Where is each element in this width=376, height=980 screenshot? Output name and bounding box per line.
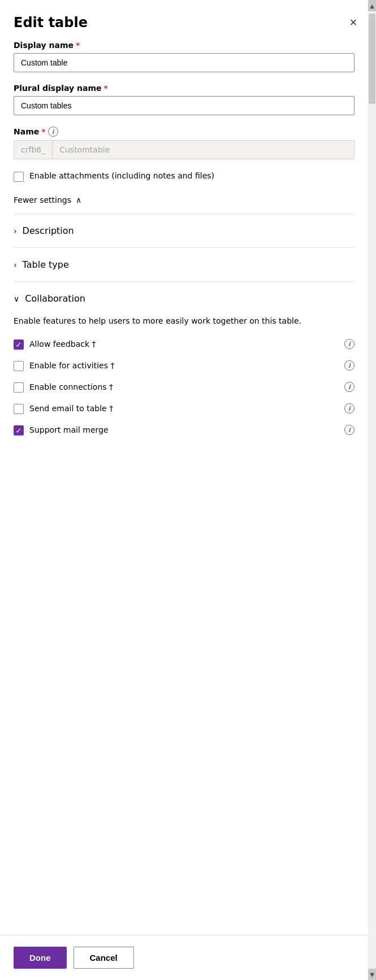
plural-display-name-label: Plural display name * xyxy=(14,84,355,93)
name-info-icon[interactable]: i xyxy=(48,127,58,137)
display-name-required: * xyxy=(76,41,80,50)
support-mail-merge-label: Support mail merge xyxy=(29,425,109,434)
collaboration-label: Collaboration xyxy=(25,293,85,304)
edit-table-panel: ▲ ▼ Edit table × Display name * Plural d… xyxy=(0,0,376,980)
allow-feedback-left: Allow feedback † xyxy=(14,338,96,350)
plural-display-name-required: * xyxy=(104,84,108,93)
panel-header: Edit table × xyxy=(0,0,376,41)
collaboration-section: ∨ Collaboration Enable features to help … xyxy=(14,282,355,455)
enable-connections-checkbox[interactable] xyxy=(14,382,24,393)
attachments-checkbox[interactable] xyxy=(14,172,24,182)
allow-feedback-label: Allow feedback † xyxy=(29,339,96,349)
name-prefix: crfb6_ xyxy=(14,141,53,159)
collaboration-header-row[interactable]: ∨ Collaboration xyxy=(14,282,355,315)
allow-feedback-row: Allow feedback † i xyxy=(14,338,355,350)
done-button[interactable]: Done xyxy=(14,947,67,969)
panel-footer: Done Cancel xyxy=(0,935,376,980)
support-mail-merge-checkbox[interactable] xyxy=(14,425,24,435)
enable-activities-label: Enable for activities † xyxy=(29,361,114,370)
name-group: Name * i crfb6_ Customtable xyxy=(14,127,355,159)
panel-title: Edit table xyxy=(14,15,88,31)
table-type-row[interactable]: › Table type xyxy=(14,248,355,281)
attachments-row: Enable attachments (including notes and … xyxy=(14,171,355,182)
name-required: * xyxy=(41,127,45,136)
spacer xyxy=(14,455,355,477)
name-field-row: crfb6_ Customtable xyxy=(14,140,355,159)
name-label: Name * i xyxy=(14,127,355,137)
enable-connections-row: Enable connections † i xyxy=(14,381,355,393)
collaboration-chevron-icon: ∨ xyxy=(14,294,19,303)
description-chevron-icon: › xyxy=(14,227,17,236)
send-email-row: Send email to table † i xyxy=(14,403,355,414)
attachments-label: Enable attachments (including notes and … xyxy=(29,171,214,182)
display-name-group: Display name * xyxy=(14,41,355,72)
enable-connections-info-icon[interactable]: i xyxy=(344,382,355,392)
scrollbar-track[interactable]: ▲ ▼ xyxy=(368,0,376,980)
enable-activities-left: Enable for activities † xyxy=(14,360,114,371)
display-name-label: Display name * xyxy=(14,41,355,50)
table-type-label: Table type xyxy=(23,259,69,270)
close-button[interactable]: × xyxy=(344,14,362,32)
enable-connections-label: Enable connections † xyxy=(29,382,113,391)
scrollbar-thumb[interactable] xyxy=(369,14,375,104)
support-mail-merge-left: Support mail merge xyxy=(14,424,109,435)
name-suffix: Customtable xyxy=(53,141,354,159)
scrollbar-down-arrow[interactable]: ▼ xyxy=(368,969,376,980)
enable-connections-left: Enable connections † xyxy=(14,381,113,393)
send-email-label: Send email to table † xyxy=(29,404,113,413)
send-email-info-icon[interactable]: i xyxy=(344,403,355,413)
fewer-settings-chevron-icon: ∧ xyxy=(76,195,81,204)
support-mail-merge-row: Support mail merge i xyxy=(14,424,355,435)
fewer-settings-row[interactable]: Fewer settings ∧ xyxy=(14,195,355,204)
allow-feedback-info-icon[interactable]: i xyxy=(344,339,355,349)
enable-activities-info-icon[interactable]: i xyxy=(344,360,355,371)
send-email-checkbox[interactable] xyxy=(14,404,24,414)
description-row[interactable]: › Description xyxy=(14,214,355,247)
send-email-left: Send email to table † xyxy=(14,403,113,414)
allow-feedback-checkbox[interactable] xyxy=(14,339,24,350)
panel-content: Display name * Plural display name * Nam… xyxy=(0,41,376,935)
description-label: Description xyxy=(23,225,74,236)
fewer-settings-label: Fewer settings xyxy=(14,195,71,204)
plural-display-name-input[interactable] xyxy=(14,96,355,115)
enable-activities-row: Enable for activities † i xyxy=(14,360,355,371)
collaboration-description: Enable features to help users to more ea… xyxy=(14,315,355,327)
enable-activities-checkbox[interactable] xyxy=(14,361,24,371)
scrollbar-up-arrow[interactable]: ▲ xyxy=(368,0,376,11)
plural-display-name-group: Plural display name * xyxy=(14,84,355,115)
table-type-chevron-icon: › xyxy=(14,260,17,269)
cancel-button[interactable]: Cancel xyxy=(74,947,134,969)
display-name-input[interactable] xyxy=(14,53,355,72)
support-mail-merge-info-icon[interactable]: i xyxy=(344,425,355,435)
